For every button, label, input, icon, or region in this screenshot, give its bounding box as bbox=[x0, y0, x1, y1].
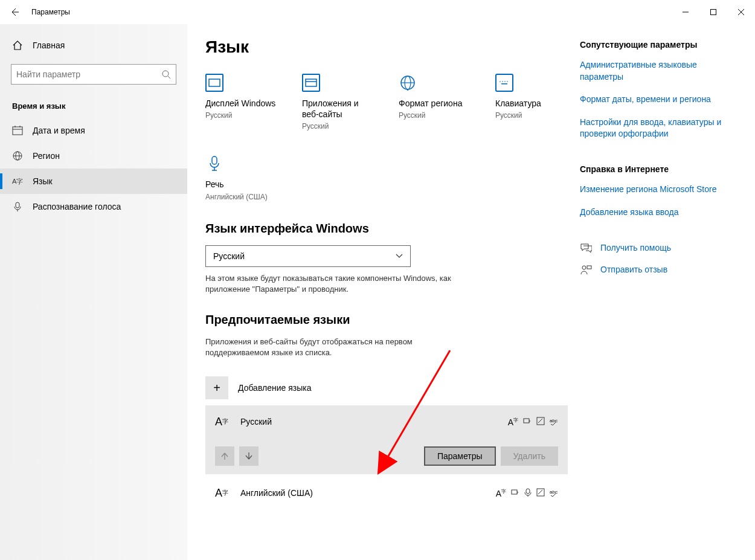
dropdown-value: Русский bbox=[213, 251, 245, 261]
tile-sub: Русский bbox=[495, 111, 568, 120]
tile-label: Клавиатура bbox=[495, 98, 568, 109]
svg-point-24 bbox=[507, 81, 508, 82]
language-glyph-icon: A字 bbox=[215, 485, 231, 501]
svg-rect-27 bbox=[524, 419, 529, 423]
svg-point-4 bbox=[162, 71, 169, 77]
preferred-desc: Приложения и веб-сайты будут отображатьс… bbox=[205, 336, 465, 358]
language-options-button[interactable]: Параметры bbox=[424, 446, 496, 466]
spellcheck-icon: abc bbox=[550, 417, 558, 427]
language-feature-icons: A字 abc bbox=[496, 488, 558, 498]
language-feature-icons: A字 abc bbox=[508, 417, 558, 427]
window-title: Параметры bbox=[31, 8, 70, 16]
sidebar-item-datetime[interactable]: Дата и время bbox=[0, 118, 187, 143]
svg-point-23 bbox=[504, 81, 506, 82]
link-admin-lang[interactable]: Административные языковые параметры bbox=[580, 59, 737, 83]
datetime-icon bbox=[12, 125, 23, 136]
tile-sub: Русский bbox=[205, 111, 278, 120]
svg-rect-31 bbox=[526, 489, 530, 494]
close-button[interactable] bbox=[727, 0, 755, 24]
sidebar-item-label: Регион bbox=[33, 151, 60, 161]
category-header: Время и язык bbox=[0, 97, 187, 118]
spellcheck-icon: abc bbox=[550, 488, 558, 498]
tile-sub: Английский (США) bbox=[205, 193, 278, 201]
svg-text:abc: abc bbox=[550, 489, 557, 495]
sidebar-home[interactable]: Главная bbox=[0, 35, 187, 56]
svg-rect-26 bbox=[212, 156, 217, 164]
back-button[interactable] bbox=[8, 6, 21, 18]
svg-rect-25 bbox=[501, 83, 507, 85]
link-change-store-region[interactable]: Изменение региона Microsoft Store bbox=[580, 184, 737, 196]
tile-keyboard[interactable]: Клавиатура Русский bbox=[495, 74, 568, 130]
search-input[interactable] bbox=[16, 69, 161, 79]
language-glyph-icon: A字 bbox=[215, 414, 231, 430]
link-add-input-lang[interactable]: Добавление языка ввода bbox=[580, 207, 737, 219]
svg-text:A字: A字 bbox=[12, 178, 23, 185]
svg-text:abc: abc bbox=[550, 418, 557, 423]
search-icon bbox=[161, 69, 171, 79]
svg-rect-35 bbox=[587, 266, 591, 269]
minimize-button[interactable] bbox=[672, 0, 699, 24]
language-icon: A字 bbox=[12, 176, 23, 187]
tile-sub: Русский bbox=[302, 122, 374, 130]
tile-label: Дисплей Windows bbox=[205, 98, 278, 109]
add-language-label: Добавление языка bbox=[238, 383, 312, 393]
handwriting-icon bbox=[536, 417, 545, 427]
help-chat-icon bbox=[580, 242, 592, 254]
sidebar-item-label: Дата и время bbox=[33, 126, 85, 135]
svg-rect-6 bbox=[13, 127, 22, 135]
sidebar-item-language[interactable]: A字 Язык bbox=[0, 169, 187, 194]
display-lang-icon: A字 bbox=[496, 488, 506, 498]
preferred-heading: Предпочитаемые языки bbox=[205, 313, 568, 327]
monitor-icon bbox=[205, 74, 223, 92]
globe-icon bbox=[399, 74, 417, 92]
svg-rect-32 bbox=[537, 489, 544, 496]
maximize-button[interactable] bbox=[699, 0, 727, 24]
tile-sub: Русский bbox=[399, 111, 471, 120]
feedback-link[interactable]: Отправить отзыв bbox=[580, 264, 737, 276]
svg-rect-14 bbox=[16, 202, 19, 208]
add-language-button[interactable]: + Добавление языка bbox=[205, 376, 568, 399]
svg-point-21 bbox=[500, 81, 501, 82]
page-title: Язык bbox=[205, 37, 568, 57]
sidebar-item-label: Язык bbox=[33, 176, 53, 186]
sidebar-item-region[interactable]: Регион bbox=[0, 143, 187, 169]
display-lang-icon: A字 bbox=[508, 417, 518, 427]
get-help-link[interactable]: Получить помощь bbox=[580, 242, 737, 254]
speech-icon bbox=[524, 488, 532, 498]
region-icon bbox=[12, 150, 23, 161]
svg-rect-16 bbox=[306, 79, 316, 86]
display-lang-heading: Язык интерфейса Windows bbox=[205, 222, 568, 236]
move-down-button[interactable] bbox=[239, 446, 259, 466]
move-up-button[interactable] bbox=[215, 446, 234, 466]
chevron-down-icon bbox=[396, 254, 403, 259]
mic-icon bbox=[205, 155, 223, 173]
tile-apps[interactable]: Приложения и веб-сайты Русский bbox=[302, 74, 374, 130]
tile-speech[interactable]: Речь Английский (США) bbox=[205, 155, 278, 201]
display-lang-desc: На этом языке будут показываться такие к… bbox=[205, 273, 465, 295]
tile-label: Формат региона bbox=[399, 98, 471, 109]
tile-label: Речь bbox=[205, 179, 278, 190]
search-box[interactable] bbox=[11, 64, 176, 85]
link-input-settings[interactable]: Настройки для ввода, клавиатуры и провер… bbox=[580, 117, 737, 140]
language-card-russian[interactable]: A字 Русский A字 abc Параметры Удалит bbox=[205, 405, 568, 474]
feedback-person-icon bbox=[580, 264, 592, 276]
language-name: Английский (США) bbox=[240, 488, 313, 498]
related-header: Сопутствующие параметры bbox=[580, 40, 737, 50]
svg-point-34 bbox=[582, 266, 586, 269]
plus-icon: + bbox=[205, 376, 228, 399]
sidebar-home-label: Главная bbox=[33, 40, 65, 50]
home-icon bbox=[12, 40, 23, 51]
keyboard-icon bbox=[495, 74, 513, 92]
link-datetime-format[interactable]: Формат даты, времени и региона bbox=[580, 94, 737, 106]
tile-display[interactable]: Дисплей Windows Русский bbox=[205, 74, 278, 130]
sidebar-item-label: Распознавание голоса bbox=[33, 202, 121, 211]
display-lang-dropdown[interactable]: Русский bbox=[205, 245, 411, 267]
svg-rect-28 bbox=[537, 417, 544, 425]
sidebar-item-speech[interactable]: Распознавание голоса bbox=[0, 194, 187, 219]
window-icon bbox=[302, 74, 320, 92]
svg-rect-1 bbox=[711, 10, 716, 15]
tile-label: Приложения и веб-сайты bbox=[302, 98, 374, 120]
tile-region[interactable]: Формат региона Русский bbox=[399, 74, 471, 130]
handwriting-icon bbox=[536, 488, 545, 498]
language-card-english[interactable]: A字 Английский (США) A字 abc bbox=[205, 477, 568, 509]
